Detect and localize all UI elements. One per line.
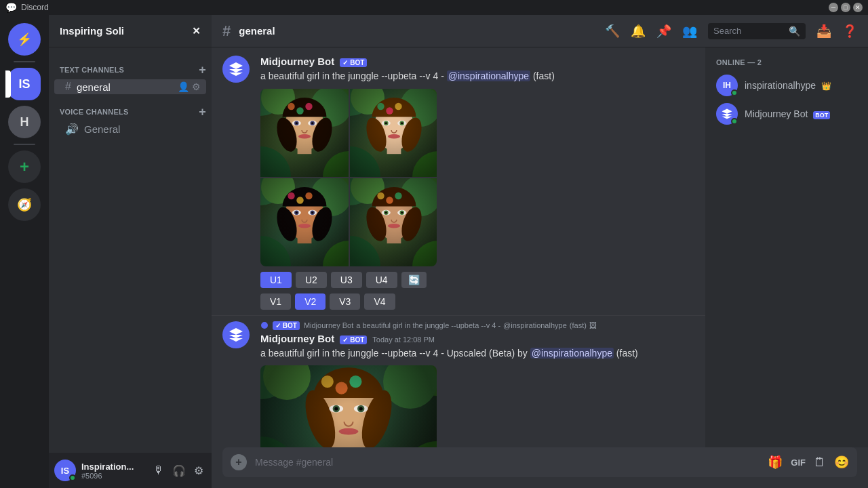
member-avatar-midjourney: [716, 103, 738, 125]
action-buttons-1: U1 U2 U3 U4 🔄: [260, 272, 694, 288]
content-with-members: Midjourney Bot ✓BOT a beautiful girl in …: [212, 47, 868, 447]
user-avatar: IS: [54, 460, 76, 481]
gif-button[interactable]: GIF: [791, 458, 806, 468]
deafen-button[interactable]: 🎧: [170, 462, 189, 480]
generated-image-1[interactable]: [260, 89, 349, 177]
channel-header-name: general: [239, 25, 275, 37]
is-server-wrapper: IS: [8, 68, 41, 100]
v2-button[interactable]: V2: [295, 293, 326, 310]
user-settings-icon[interactable]: 👤: [178, 81, 189, 92]
voice-channel-name: General: [84, 123, 120, 135]
fast-1: (fast): [533, 70, 555, 81]
attach-button[interactable]: +: [231, 454, 247, 470]
user-area: IS Inspiration... #5096 🎙 🎧 ⚙: [49, 453, 212, 488]
server-name-bar[interactable]: Inspiring Soli ✕: [49, 15, 212, 47]
message-input-area: + 🎁 GIF 🗒 😊: [212, 447, 868, 488]
mute-button[interactable]: 🎙: [151, 462, 167, 480]
bot-badge-1: ✓BOT: [340, 58, 367, 67]
server-sidebar: ⚡ IS H + 🧭: [0, 15, 49, 488]
image-cell-2: [350, 89, 437, 177]
user-settings-button[interactable]: ⚙: [191, 462, 206, 480]
generated-image-2[interactable]: [350, 89, 437, 177]
hashtag-icon: #: [65, 81, 71, 93]
message-group-1: Midjourney Bot ✓BOT a beautiful girl in …: [212, 53, 705, 312]
sticker-icon[interactable]: 🗒: [814, 455, 826, 470]
bell-icon[interactable]: 🔔: [631, 24, 646, 39]
channel-item-general[interactable]: # general 👤 ⚙: [54, 79, 206, 94]
channel-item-voice-general[interactable]: 🔊 General: [54, 121, 206, 137]
message-header-1: Midjourney Bot ✓BOT: [260, 56, 694, 67]
reply-context: ✓ BOT Midjourney Bot a beautiful girl in…: [260, 321, 597, 330]
minimize-button[interactable]: ─: [829, 3, 838, 12]
v1-button[interactable]: V1: [260, 293, 291, 310]
server-dropdown-icon: ✕: [192, 25, 201, 37]
member-item-midjourney[interactable]: Midjourney Bot BOT: [711, 100, 863, 127]
explore-button[interactable]: 🧭: [8, 188, 41, 221]
user-info: Inspiration... #5096: [81, 462, 145, 480]
member-avatar-inspirationalhype: IH: [716, 75, 738, 96]
message-input[interactable]: [255, 457, 760, 468]
search-input[interactable]: [713, 26, 785, 36]
app-body: ⚡ IS H + 🧭 Inspiring Soli ✕ TEXT CHANNEL…: [0, 15, 868, 488]
add-text-channel-button[interactable]: +: [199, 64, 206, 76]
input-actions: 🎁 GIF 🗒 😊: [768, 455, 849, 470]
server-active-indicator: [5, 70, 11, 98]
channel-sidebar: Inspiring Soli ✕ TEXT CHANNELS + # gener…: [49, 15, 212, 488]
v4-button[interactable]: V4: [364, 293, 395, 310]
settings-icon[interactable]: ⚙: [192, 81, 201, 92]
single-image-2[interactable]: [260, 365, 437, 447]
action-buttons-2: V1 V2 V3 V4: [260, 293, 694, 310]
upscaled-image[interactable]: [260, 365, 437, 447]
member-name-midjourney: Midjourney Bot BOT: [745, 108, 830, 119]
gift-icon[interactable]: 🎁: [768, 455, 783, 470]
reply-fast: (fast): [570, 321, 587, 329]
generated-image-4[interactable]: [350, 178, 437, 266]
members-sidebar: ONLINE — 2 IH inspirationalhype 👑: [705, 47, 868, 447]
titlebar-title: Discord: [21, 3, 49, 12]
dash-2: - Upscaled (Beta) by: [441, 348, 530, 359]
add-server-button[interactable]: +: [8, 150, 41, 183]
u4-button[interactable]: U4: [366, 272, 397, 288]
members-icon[interactable]: 🔨: [605, 24, 620, 39]
message-content-2: ✓ BOT Midjourney Bot a beautiful girl in…: [260, 321, 694, 447]
close-button[interactable]: ✕: [853, 3, 863, 12]
bot-mini-icon: [260, 321, 269, 329]
refresh-button[interactable]: 🔄: [401, 272, 427, 288]
is-server-icon[interactable]: IS: [8, 68, 41, 100]
text-channels-category[interactable]: TEXT CHANNELS +: [49, 53, 212, 79]
search-bar[interactable]: 🔍: [708, 23, 806, 39]
pin-icon[interactable]: 📌: [656, 24, 671, 39]
maximize-button[interactable]: □: [841, 3, 850, 12]
search-icon: 🔍: [789, 26, 800, 37]
dash-1: -: [441, 70, 447, 81]
voice-category-label: VOICE CHANNELS: [60, 108, 128, 116]
mention-1: @inspirationalhype: [447, 70, 530, 81]
member-status-ih: [731, 89, 738, 96]
member-bot-tag: BOT: [813, 111, 830, 119]
u1-button[interactable]: U1: [260, 272, 292, 288]
h-server-icon[interactable]: H: [8, 106, 41, 138]
discord-home-button[interactable]: ⚡: [8, 23, 41, 56]
inbox-icon[interactable]: 📥: [816, 24, 831, 39]
v3-button[interactable]: V3: [330, 293, 360, 310]
voice-channels-category[interactable]: VOICE CHANNELS +: [49, 95, 212, 121]
titlebar-left: 💬 Discord: [5, 2, 49, 13]
titlebar-controls[interactable]: ─ □ ✕: [829, 3, 863, 12]
emoji-icon[interactable]: 😊: [834, 455, 849, 470]
members-list-icon[interactable]: 👥: [682, 24, 697, 39]
fast-2: (fast): [616, 348, 638, 359]
add-voice-channel-button[interactable]: +: [199, 106, 206, 118]
channel-header: # general 🔨 🔔 📌 👥 🔍 📥 ❓: [212, 15, 868, 47]
u2-button[interactable]: U2: [296, 272, 327, 288]
midjourney-avatar-2: [222, 321, 250, 348]
channel-hash-icon: #: [222, 22, 231, 40]
user-status-dot: [69, 474, 76, 481]
message-header-2: ✓ BOT Midjourney Bot a beautiful girl in…: [260, 321, 694, 330]
member-item-inspirationalhype[interactable]: IH inspirationalhype 👑: [711, 72, 863, 99]
u3-button[interactable]: U3: [331, 272, 362, 288]
text-category-label: TEXT CHANNELS: [60, 66, 124, 74]
messages-area: Midjourney Bot ✓BOT a beautiful girl in …: [212, 47, 705, 447]
help-icon[interactable]: ❓: [842, 24, 857, 39]
message-input-box: + 🎁 GIF 🗒 😊: [222, 447, 857, 477]
generated-image-3[interactable]: [260, 178, 349, 266]
